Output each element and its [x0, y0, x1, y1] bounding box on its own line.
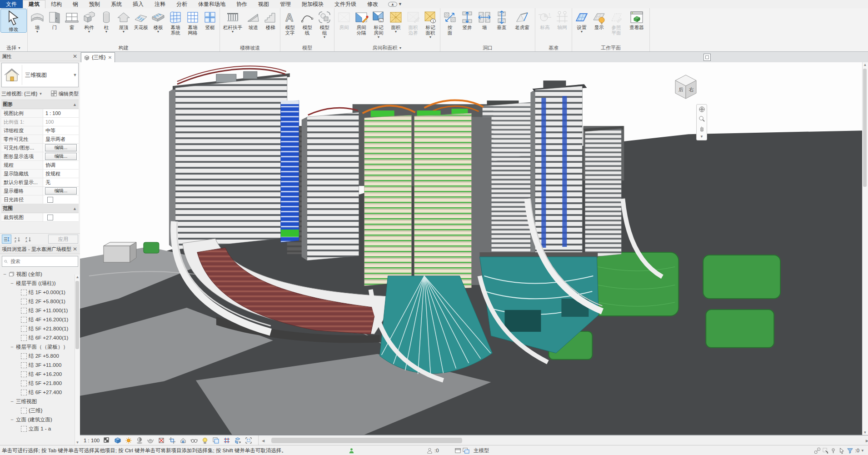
ribbon-tab-附加模块[interactable]: 附加模块	[296, 0, 329, 8]
tree-group-楼层平面（（梁板））[interactable]: −楼层平面（（梁板））	[0, 342, 80, 351]
underlay-select-icon[interactable]	[822, 447, 829, 454]
ribbon-tab-钢[interactable]: 钢	[67, 0, 84, 8]
chevron-down-icon[interactable]: ▼	[700, 135, 703, 139]
tree-view-结 6F +27.400[interactable]: 结 6F +27.400	[0, 388, 80, 397]
browser-scrollbar[interactable]: ▲ ▼	[75, 275, 80, 445]
sort-ascending-button[interactable]: AZ	[13, 235, 22, 244]
ribbon-tab-分析[interactable]: 分析	[171, 0, 193, 8]
tool-竖井[interactable]: 竖井	[459, 9, 476, 30]
ribbon-tab-协作[interactable]: 协作	[231, 0, 253, 8]
property-value[interactable]: 1 : 100	[43, 109, 79, 117]
navigation-bar[interactable]: ▼	[696, 104, 707, 140]
tool-坡道[interactable]: 坡道	[244, 9, 262, 30]
tool-按面[interactable]: 按面	[441, 9, 459, 36]
checkbox[interactable]	[47, 215, 53, 220]
tool-面积[interactable]: 面积▼	[387, 9, 404, 34]
tool-柱[interactable]: 柱▼	[98, 9, 115, 34]
collapse-minus-icon[interactable]: −	[10, 280, 14, 286]
collaborate-indicator[interactable]	[348, 447, 355, 454]
workset-icons[interactable]	[454, 447, 469, 454]
ribbon-tab-文件升级[interactable]: 文件升级	[329, 0, 362, 8]
tool-楼板[interactable]: 楼板▼	[150, 9, 167, 34]
visual-style-icon[interactable]	[114, 437, 121, 445]
search-input[interactable]	[10, 258, 76, 265]
view-tab-3d[interactable]: {三维} ✕	[81, 52, 115, 62]
selection-box-icon[interactable]	[244, 437, 252, 445]
chevron-down-icon[interactable]: ▼	[861, 449, 864, 453]
viewport-vertical-scrollbar[interactable]: ▲ ▼	[862, 62, 868, 435]
tool-模型文字[interactable]: A模型文字	[281, 9, 299, 36]
ribbon-collapse-toggle[interactable]: ▲ ▼	[388, 0, 402, 8]
collapse-minus-icon[interactable]: −	[10, 344, 14, 350]
hide-isolate-icon[interactable]	[190, 437, 198, 445]
dropdown-arrow-icon[interactable]: ▼	[394, 30, 398, 33]
tool-标记房间[interactable]: 1标记房间▼	[370, 9, 387, 39]
detail-level-icon[interactable]	[103, 437, 110, 445]
dropdown-arrow-icon[interactable]: ▼	[157, 30, 160, 33]
editable-elements-indicator[interactable]: :0	[426, 447, 439, 454]
collapse-minus-icon[interactable]: −	[3, 271, 7, 277]
link-select-icon[interactable]	[814, 447, 821, 454]
tool-模型组[interactable]: 模型组▼	[316, 9, 333, 39]
ribbon-tab-建筑[interactable]: 建筑	[23, 0, 45, 8]
ribbon-tab-注释[interactable]: 注释	[149, 0, 171, 8]
sort-descending-button[interactable]: ZA	[24, 235, 33, 244]
steering-wheel-icon[interactable]	[698, 106, 705, 113]
ribbon-tab-体量和场地[interactable]: 体量和场地	[193, 0, 231, 8]
tool-垂直[interactable]: 垂直	[493, 9, 510, 30]
property-value[interactable]: 按规程	[43, 170, 79, 178]
ribbon-tab-结构[interactable]: 结构	[45, 0, 67, 8]
zoom-icon[interactable]	[698, 115, 705, 122]
tool-查看器[interactable]: 查看器	[625, 9, 649, 30]
chevron-down-icon[interactable]: ▼	[39, 92, 42, 96]
tool-标记面积[interactable]: 1标记面积▼	[422, 9, 439, 39]
reveal-hidden-icon[interactable]	[201, 437, 209, 445]
crop-view-icon[interactable]	[157, 437, 165, 445]
tool-屋顶[interactable]: 屋顶▼	[115, 9, 132, 34]
scroll-up-icon[interactable]: ▲	[863, 62, 868, 67]
active-workset[interactable]: 主模型	[474, 447, 489, 454]
dropdown-arrow-icon[interactable]: ▼	[377, 35, 380, 39]
dropdown-arrow-icon[interactable]: ▼	[323, 35, 326, 39]
pinned-select-icon[interactable]	[830, 447, 837, 454]
tool-设置[interactable]: 设置▼	[573, 9, 590, 34]
tool-竖梃[interactable]: 竖梃	[201, 9, 219, 30]
3d-model-scene[interactable]	[80, 62, 862, 435]
instance-selector[interactable]: 三维视图: {三维}	[1, 90, 37, 97]
tree-view-立面 1 - a[interactable]: 立面 1 - a	[0, 424, 80, 433]
displace-elements-icon[interactable]	[234, 437, 241, 445]
collapse-icon[interactable]: ▲	[73, 206, 79, 211]
tree-view-{三维}[interactable]: {三维}	[0, 406, 80, 415]
scroll-down-icon[interactable]: ▼	[863, 430, 868, 435]
scroll-right-icon[interactable]: ►	[863, 438, 868, 443]
viewport-horizontal-scrollbar[interactable]: ◄ ►	[258, 435, 868, 445]
tool-天花板[interactable]: 天花板	[132, 9, 150, 30]
pan-hand-icon[interactable]	[698, 125, 705, 132]
tool-模型线[interactable]: 模型线	[299, 9, 316, 36]
tool-修改[interactable]: 修改	[1, 9, 26, 32]
filter-icon[interactable]	[847, 447, 853, 454]
tree-view-结 2F +5.800(1)[interactable]: 结 2F +5.800(1)	[0, 297, 80, 306]
ribbon-tab-插入[interactable]: 插入	[127, 0, 149, 8]
property-value[interactable]: 100	[43, 118, 79, 126]
tree-view-结 5F +21.800(1)[interactable]: 结 5F +21.800(1)	[0, 324, 80, 333]
tree-view-结 5F +21.800[interactable]: 结 5F +21.800	[0, 379, 80, 388]
dropdown-arrow-icon[interactable]: ▼	[231, 30, 234, 33]
sort-default-button[interactable]	[2, 235, 11, 244]
ribbon-tab-预制[interactable]: 预制	[84, 0, 105, 8]
collapse-minus-icon[interactable]: −	[10, 417, 14, 422]
property-group-图形[interactable]: 图形▲	[1, 100, 79, 109]
ribbon-tab-管理[interactable]: 管理	[274, 0, 296, 8]
render-icon[interactable]	[146, 437, 154, 445]
tool-门[interactable]: 门	[46, 9, 63, 30]
tool-楼梯[interactable]: 楼梯	[262, 9, 279, 30]
collapse-icon[interactable]: ▲	[73, 102, 79, 107]
tool-老虎窗[interactable]: 老虎窗	[510, 9, 534, 30]
dropdown-arrow-icon[interactable]: ▼	[36, 30, 39, 33]
tool-墙[interactable]: 墙▼	[29, 9, 46, 34]
ribbon-tab-视图[interactable]: 视图	[253, 0, 274, 8]
restore-window-icon[interactable]	[703, 54, 711, 61]
tool-显示[interactable]: 显示	[590, 9, 608, 30]
sun-path-icon[interactable]	[125, 437, 132, 445]
drag-select-icon[interactable]	[838, 447, 845, 454]
